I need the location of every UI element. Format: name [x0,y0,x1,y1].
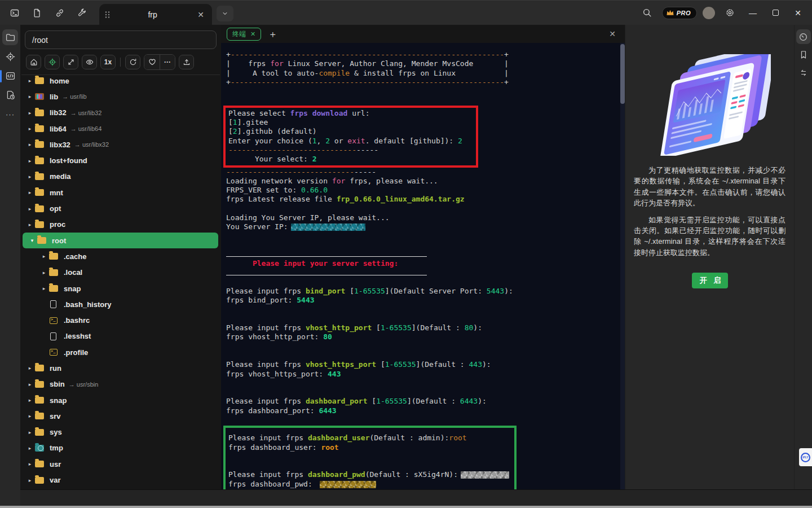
tree-item--bashrc[interactable]: .bashrc [20,312,221,328]
tree-chevron-icon[interactable]: ▸ [25,413,35,419]
tree-item--profile[interactable]: .profile [20,344,221,360]
refresh-icon[interactable] [125,55,140,69]
search-icon[interactable] [638,4,656,22]
tree-chevron-icon[interactable]: ▸ [39,270,49,275]
favorites-more-icon[interactable]: ··· [160,55,175,69]
tree-chevron-icon[interactable]: ▸ [25,430,35,435]
locate-target-icon[interactable] [2,49,18,64]
tree-chevron-icon[interactable]: ▸ [25,382,35,387]
terminal-panel-close-icon[interactable]: ✕ [609,29,619,38]
tree-item-media[interactable]: ▸media [20,169,221,185]
tree-chevron-icon[interactable]: ▸ [25,365,35,371]
file-history-icon[interactable] [2,87,18,103]
tree-item-root[interactable]: ▾root [23,233,218,248]
terminal-scrollbar[interactable] [620,43,625,489]
tab-list-chevron-icon[interactable] [217,6,233,21]
enable-monitor-button[interactable]: 开 启 [692,273,728,288]
tree-chevron-icon[interactable]: ▸ [25,126,35,132]
terminal-panel: 终端 ✕ ＋ ✕ +------------------------------… [221,25,625,489]
pro-badge[interactable]: PRO [662,7,697,19]
tree-chevron-icon[interactable]: ▸ [25,158,35,164]
tree-item-lost-found[interactable]: ▸lost+found [20,152,221,168]
tree-item--cache[interactable]: ▸.cache [20,248,221,264]
more-options-icon[interactable]: ··· [2,106,18,122]
tree-chevron-icon[interactable]: ▸ [25,110,35,116]
tree-item-tmp[interactable]: ▸tmp [20,440,221,456]
tree-item-run[interactable]: ▸run [20,360,221,376]
tab-frp[interactable]: frp ✕ [99,4,212,25]
tree-item--bash-history[interactable]: .bash_history [20,296,221,312]
tree-item--lesshst[interactable]: .lesshst [20,329,221,344]
terminal-tab[interactable]: 终端 ✕ [227,28,261,41]
tree-item-libx32[interactable]: ▸libx32→ usr/libx32 [20,137,221,152]
tree-item-mnt[interactable]: ▸mnt [20,185,221,200]
terminal-icon[interactable] [6,4,24,22]
tools-icon[interactable] [73,4,91,22]
tree-item-lib32[interactable]: ▸lib32→ usr/lib32 [20,105,221,121]
tree-item-lib64[interactable]: ▸lib64→ usr/lib64 [20,121,221,137]
ifly-logo: iFLY [801,453,810,462]
tree-chevron-icon[interactable]: ▸ [25,190,35,195]
tree-chevron-icon[interactable]: ▾ [27,238,37,243]
tree-item-srv[interactable]: ▸srv [20,408,221,424]
tab-close-icon[interactable]: ✕ [195,10,206,19]
new-file-icon[interactable] [28,4,46,22]
upload-icon[interactable] [179,55,194,69]
tree-item-opt[interactable]: ▸opt [20,200,221,216]
folder-icon [35,365,44,371]
folder-icon [35,397,44,404]
tree-item-sbin[interactable]: ▸sbin→ usr/sbin [20,376,221,392]
transfer-icon[interactable] [796,65,811,80]
ifly-input-badge[interactable]: iFLY [799,448,812,466]
tree-chevron-icon[interactable]: ▸ [39,286,49,291]
terminal-scrollbar-thumb[interactable] [620,44,625,104]
collapse-icon[interactable] [63,55,78,69]
tree-chevron-icon[interactable]: ▸ [25,478,35,483]
new-terminal-icon[interactable]: ＋ [268,28,277,41]
show-hidden-eye-icon[interactable] [82,55,97,69]
bookmark-icon[interactable] [796,47,811,62]
tree-item-proc[interactable]: ▸proc [20,217,221,233]
files-icon[interactable] [2,29,18,45]
tree-item-sys[interactable]: ▸sys [20,424,221,440]
favorites-heart-icon[interactable] [144,55,160,69]
tree-chevron-icon[interactable]: ▸ [25,174,35,179]
window-close-button[interactable]: ✕ [789,5,806,21]
tree-item-snap[interactable]: ▸snap [20,392,221,408]
locate-current-icon[interactable] [45,55,60,69]
tree-item-var[interactable]: ▸var [20,472,221,488]
code-snippets-icon[interactable] [2,68,18,84]
monitor-gauge-icon[interactable] [796,29,811,44]
tree-item--local[interactable]: ▸.local [20,265,221,281]
zoom-level-button[interactable]: 1x [100,55,116,69]
tree-chevron-icon[interactable]: ▸ [25,445,35,451]
tree-item-label: lib64 [50,125,67,133]
settings-gear-icon[interactable] [721,4,739,22]
terminal-output: +---------------------------------------… [221,43,625,489]
tree-chevron-icon[interactable]: ▸ [25,461,35,467]
path-input[interactable]: /root [25,30,217,49]
tree-chevron-icon[interactable]: ▸ [25,94,35,99]
tree-item-snap[interactable]: ▸snap [20,281,221,296]
terminal-line [226,278,615,287]
tree-chevron-icon[interactable]: ▸ [25,142,35,147]
tree-chevron-icon[interactable]: ▸ [25,222,35,227]
terminal-line [226,351,615,360]
tree-chevron-icon[interactable]: ▸ [25,206,35,212]
minimize-button[interactable]: — [744,5,761,21]
tree-chevron-icon[interactable]: ▸ [39,253,49,259]
tree-chevron-icon[interactable]: ▸ [25,78,35,84]
drag-handle-icon[interactable] [105,11,110,19]
tree-item-home[interactable]: ▸home [20,73,221,89]
tree-chevron-icon[interactable]: ▸ [25,397,35,403]
titlebar-right: PRO — ✕ [638,4,812,22]
maximize-button[interactable] [767,5,784,21]
tree-item-usr[interactable]: ▸usr [20,456,221,472]
link-icon[interactable] [51,4,69,22]
tree-item-lib[interactable]: ▸lib→ usr/lib [20,89,221,104]
terminal-tab-close-icon[interactable]: ✕ [250,30,255,38]
avatar[interactable] [703,7,715,19]
terminal-line [226,87,615,96]
tree-item-label: lib32 [50,108,67,117]
home-icon[interactable] [26,55,41,69]
